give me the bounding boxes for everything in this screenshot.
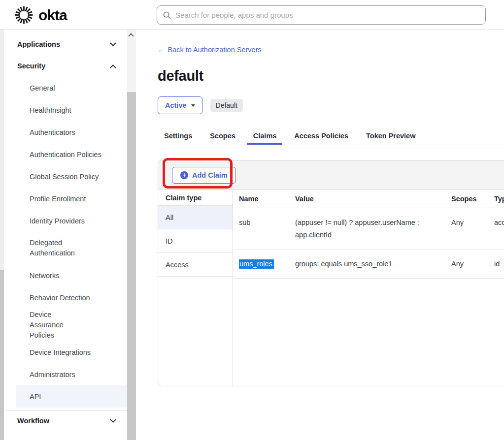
logo-wordmark: okta [38,6,67,24]
sidebar-item-delegated-authentication[interactable]: Delegated Authentication [5,232,127,264]
claim-value: (appuser != null) ? appuser.userName : a… [295,208,451,249]
claims-toolbar: + Add Claim [158,160,504,190]
okta-burst-icon [15,6,33,24]
sidebar-section-security[interactable]: Security [5,55,127,77]
col-header-name: Name [239,195,295,203]
tab-claims[interactable]: Claims [253,127,277,145]
claim-type: id [494,250,504,278]
add-claim-button[interactable]: + Add Claim [172,167,236,184]
claim-value: groups: equals ums_sso_role1 [295,250,451,278]
caret-down-icon [191,104,195,107]
search-icon [163,11,171,19]
search-input[interactable] [175,11,479,19]
claim-type-all[interactable]: All [158,206,233,229]
claims-table: Name Value Scopes Type sub (appuser != n… [233,190,504,386]
sidebar-item-api[interactable]: API [16,385,127,408]
sidebar-item-healthinsight[interactable]: HealthInsight [5,99,127,121]
sidebar-item-general[interactable]: General [5,77,127,99]
col-header-scopes: Scopes [451,195,494,203]
back-arrow-icon: ← [158,46,165,54]
sidebar-item-authenticators[interactable]: Authenticators [5,121,127,143]
claims-table-header: Name Value Scopes Type [233,190,504,208]
claim-type-access[interactable]: Access [158,253,233,277]
back-to-authorization-servers-link[interactable]: ← Back to Authorization Servers [158,46,262,54]
claim-type-id[interactable]: ID [158,229,233,253]
claim-name: sub [239,208,295,249]
sidebar-section-applications[interactable]: Applications [5,33,127,55]
chevron-down-icon [110,40,116,46]
plus-circle-icon: + [180,171,188,179]
sidebar-item-global-session-policy[interactable]: Global Session Policy [5,165,127,188]
top-bar: okta [0,0,504,30]
window-left-scrollbar-thumb[interactable] [0,270,4,440]
table-row: ums_roles groups: equals ums_sso_role1 A… [233,250,504,279]
okta-logo[interactable]: okta [15,6,67,24]
claim-name: ums_roles [239,250,295,278]
claims-panel: + Add Claim Claim type All ID Access Nam… [158,160,504,386]
claim-scopes: Any [451,250,494,278]
tab-token-preview[interactable]: Token Preview [366,127,415,145]
chevron-up-icon [110,64,116,70]
col-header-type: Type [494,195,504,203]
window-left-scrollbar[interactable] [0,30,4,440]
status-row: Active Default [158,96,243,114]
tab-bar: Settings Scopes Claims Access Policies T… [158,127,504,145]
col-header-value: Value [295,195,451,203]
sidebar-item-profile-enrollment[interactable]: Profile Enrollment [5,188,127,210]
tab-settings[interactable]: Settings [164,127,192,145]
claim-scopes: Any [451,208,494,249]
selected-text: ums_roles [239,259,274,269]
sidebar-item-identity-providers[interactable]: Identity Providers [5,210,127,232]
sidebar-item-behavior-detection[interactable]: Behavior Detection [5,286,127,309]
chevron-down-icon [110,416,116,423]
sidebar-item-device-assurance-policies[interactable]: Device Assurance Policies [5,309,127,341]
sidebar-item-customizations-clipped[interactable]: Customizations [5,30,127,33]
claim-type: access [494,208,504,249]
tab-access-policies[interactable]: Access Policies [294,127,348,145]
sidebar-scrollbar[interactable] [127,30,136,440]
sidebar-item-device-integrations[interactable]: Device Integrations [5,341,127,363]
claim-type-panel: Claim type All ID Access [158,190,233,386]
sidebar-nav: Customizations Applications Security Gen… [5,30,127,440]
sidebar-item-authentication-policies[interactable]: Authentication Policies [5,143,127,165]
sidebar-item-networks[interactable]: Networks [5,264,127,286]
claim-type-header: Claim type [158,190,233,206]
global-search[interactable] [157,5,486,25]
page-title: default [158,68,203,84]
default-badge: Default [210,99,243,112]
sidebar-item-administrators[interactable]: Administrators [5,363,127,385]
scroll-up-arrow-icon[interactable] [128,33,134,38]
table-row: sub (appuser != null) ? appuser.userName… [233,208,504,250]
tab-scopes[interactable]: Scopes [210,127,235,145]
main-content: ← Back to Authorization Servers default … [158,30,504,440]
sidebar-scrollbar-thumb[interactable] [127,92,136,440]
active-status-dropdown[interactable]: Active [158,96,202,114]
sidebar-section-workflow[interactable]: Workflow [5,411,127,431]
